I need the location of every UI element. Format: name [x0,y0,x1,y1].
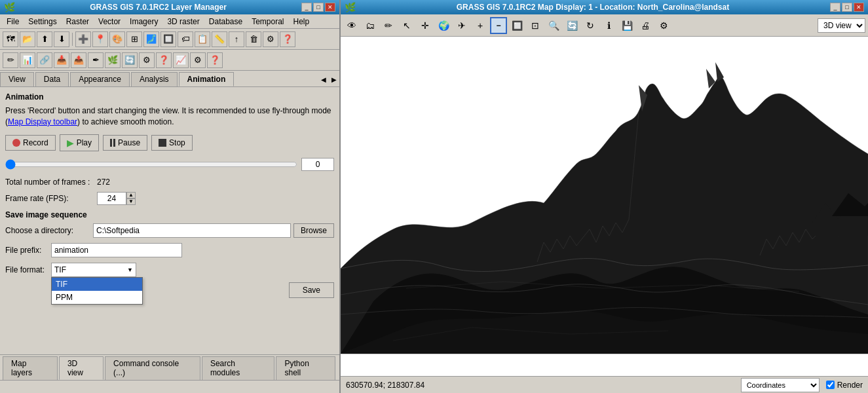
delete-button[interactable]: 🗑 [246,31,261,47]
add-labels-button[interactable]: 🏷 [178,31,193,47]
add-legend-button[interactable]: 📋 [195,31,210,47]
add-vector-button[interactable]: 📍 [92,31,108,47]
map-rotate-button[interactable]: 🔄 [563,17,580,34]
menu-raster[interactable]: Raster [62,16,93,28]
map-globe-button[interactable]: 🌍 [435,17,452,34]
map-settings2-button[interactable]: ⚙ [655,17,672,34]
tab-next-arrow[interactable]: ▶ [329,75,339,84]
fps-label: Frame rate (FPS): [5,194,97,203]
format-option-tif[interactable]: TIF [52,278,142,291]
map-rotate2-button[interactable]: ↻ [582,17,599,34]
raster-cmd-button[interactable]: 📈 [173,52,189,68]
map-pan-button[interactable]: 🔲 [508,17,525,34]
menu-settings[interactable]: Settings [24,16,60,28]
format-select-wrapper: TIF ▼ TIF PPM [51,263,136,277]
bottom-tab-maplayers[interactable]: Map layers [3,356,58,380]
reload-button[interactable]: 🔄 [122,52,138,68]
frame-slider[interactable] [5,159,297,170]
map-zoomin-button[interactable]: + [472,17,489,34]
coordinates-select[interactable]: Coordinates [741,378,820,392]
tab-data[interactable]: Data [35,72,69,86]
open-button[interactable]: 📂 [20,31,35,47]
fps-input[interactable] [97,192,126,205]
map-close-button[interactable]: ✕ [854,3,864,12]
download-button[interactable]: ⬇ [54,31,69,47]
view-select[interactable]: 3D view [818,18,865,33]
map-pointer-button[interactable]: ↖ [398,17,415,34]
fps-spinner: ▲ ▼ [126,192,136,205]
bottom-tab-3dview[interactable]: 3D view [59,356,104,380]
browse-button[interactable]: Browse [293,223,334,238]
prefix-label: File prefix: [5,246,51,255]
settings3-button[interactable]: ⚙ [190,52,206,68]
close-button[interactable]: ✕ [325,3,335,12]
add-3d-button[interactable]: 🗾 [143,31,159,47]
format-option-ppm[interactable]: PPM [52,291,142,304]
map-zoomback-button[interactable]: 🔍 [545,17,562,34]
map-pencil-button[interactable]: ✏ [380,17,397,34]
dir-input[interactable] [93,223,291,238]
export-button[interactable]: 📤 [71,52,86,68]
add-rgb-button[interactable]: 🎨 [109,31,125,47]
menu-file[interactable]: File [3,16,23,28]
record-button[interactable]: Record [5,135,56,151]
menu-vector[interactable]: Vector [94,16,124,28]
menu-temporal[interactable]: Temporal [248,16,288,28]
animation-section-title: Animation [5,92,334,102]
tab-view[interactable]: View [0,72,34,86]
map-info-button[interactable]: ℹ [600,17,617,34]
table-button[interactable]: 📊 [20,52,35,68]
pause-button[interactable]: Pause [103,135,147,151]
map-maximize-button[interactable]: □ [842,3,852,12]
render-checkbox[interactable] [826,381,835,389]
help2-button[interactable]: ❓ [156,52,172,68]
minimize-button[interactable]: _ [301,3,312,12]
new-map-button[interactable]: 🗺 [3,31,18,47]
map-zoomextent-button[interactable]: ⊡ [527,17,544,34]
bottom-tab-searchmodules[interactable]: Search modules [202,356,275,380]
add-overlay-button[interactable]: 🔲 [160,31,176,47]
link-button[interactable]: 🔗 [37,52,52,68]
tab-appearance[interactable]: Appearance [70,72,130,86]
help3-button[interactable]: ❓ [207,52,223,68]
map-display-link[interactable]: Map Display toolbar [8,117,77,126]
settings-button[interactable]: ⚙ [263,31,278,47]
frame-value[interactable]: 0 [301,158,334,171]
menu-help[interactable]: Help [290,16,314,28]
add-scalebar-button[interactable]: 📏 [212,31,227,47]
map-zoomout-button[interactable]: − [490,17,507,34]
add-layer-button[interactable]: ➕ [75,31,91,47]
menu-database[interactable]: Database [205,16,246,28]
draw-button[interactable]: ✏ [3,52,18,68]
tab-analysis[interactable]: Analysis [131,72,178,86]
grass-button[interactable]: 🌿 [105,52,121,68]
prefix-input[interactable] [51,243,182,257]
fps-up-button[interactable]: ▲ [126,192,136,198]
map-saveimage-button[interactable]: 💾 [618,17,635,34]
menu-imagery[interactable]: Imagery [126,16,162,28]
save-button[interactable]: Save [289,282,334,298]
map-plane-button[interactable]: ✈ [453,17,470,34]
fps-down-button[interactable]: ▼ [126,198,136,205]
import-button[interactable]: 📥 [54,52,69,68]
add-north-button[interactable]: ↑ [229,31,244,47]
stop-button[interactable]: Stop [151,135,193,151]
map-layers-button[interactable]: 🗂 [362,17,379,34]
format-select-display[interactable]: TIF ▼ [51,263,136,277]
map-minimize-button[interactable]: _ [830,3,840,12]
settings2-button[interactable]: ⚙ [139,52,155,68]
digitize-button[interactable]: ✒ [88,52,104,68]
maximize-button[interactable]: □ [313,3,324,12]
tab-prev-arrow[interactable]: ◀ [318,75,329,84]
add-grid-button[interactable]: ⊞ [126,31,142,47]
help-button[interactable]: ❓ [280,31,295,47]
map-print-button[interactable]: 🖨 [637,17,654,34]
menu-3draster[interactable]: 3D raster [163,16,203,28]
bottom-tab-commandconsole[interactable]: Command console (...) [105,356,200,380]
bottom-tab-pythonshell[interactable]: Python shell [276,356,335,380]
tab-animation[interactable]: Animation [179,72,235,86]
map-move-button[interactable]: ✛ [417,17,434,34]
play-button[interactable]: ▶ Play [60,134,99,151]
map-eye-button[interactable]: 👁 [343,17,360,34]
upload-button[interactable]: ⬆ [37,31,52,47]
